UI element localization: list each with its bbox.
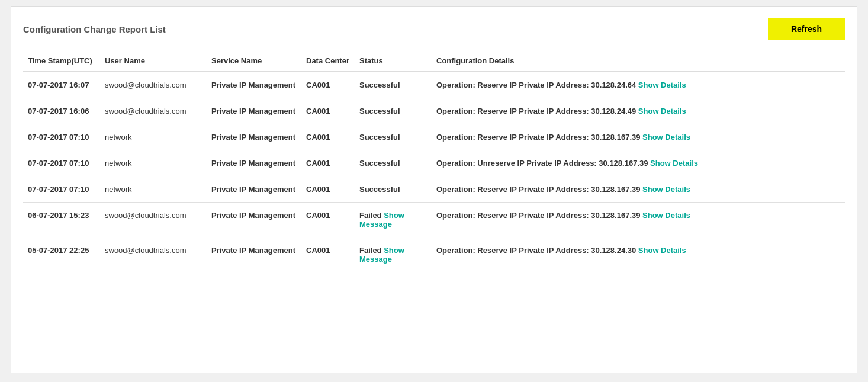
cell-datacenter: CA001 xyxy=(301,176,355,203)
page-title: Configuration Change Report List xyxy=(23,24,166,34)
cell-timestamp: 07-07-2017 07:10 xyxy=(23,176,100,203)
status-text: Successful xyxy=(359,107,400,115)
show-details-link[interactable]: Show Details xyxy=(638,246,686,255)
cell-config: Operation: Reserve IP Private IP Address… xyxy=(432,72,845,98)
col-header-datacenter: Data Center xyxy=(301,50,355,72)
table-row: 07-07-2017 16:07swood@cloudtrials.comPri… xyxy=(23,72,845,98)
cell-config: Operation: Reserve IP Private IP Address… xyxy=(432,176,845,203)
cell-username: network xyxy=(100,176,207,203)
status-text: Failed xyxy=(359,211,382,220)
cell-timestamp: 06-07-2017 15:23 xyxy=(23,203,100,237)
cell-timestamp: 07-07-2017 16:07 xyxy=(23,72,100,98)
cell-config: Operation: Reserve IP Private IP Address… xyxy=(432,203,845,237)
config-detail-text: Operation: Reserve IP Private IP Address… xyxy=(436,185,642,194)
cell-datacenter: CA001 xyxy=(301,72,355,98)
cell-status: Successful xyxy=(355,150,432,176)
cell-timestamp: 05-07-2017 22:25 xyxy=(23,237,100,272)
col-header-status: Status xyxy=(355,50,432,72)
col-header-config: Configuration Details xyxy=(432,50,845,72)
table-header-row: Time Stamp(UTC) User Name Service Name D… xyxy=(23,50,845,72)
refresh-button[interactable]: Refresh xyxy=(768,18,845,40)
cell-service: Private IP Management xyxy=(207,124,301,150)
table-row: 05-07-2017 22:25swood@cloudtrials.comPri… xyxy=(23,237,845,272)
status-text: Successful xyxy=(359,159,400,168)
cell-username: swood@cloudtrials.com xyxy=(100,237,207,272)
cell-username: swood@cloudtrials.com xyxy=(100,72,207,98)
show-details-link[interactable]: Show Details xyxy=(642,185,690,194)
cell-username: network xyxy=(100,150,207,176)
cell-service: Private IP Management xyxy=(207,150,301,176)
table-row: 07-07-2017 16:06swood@cloudtrials.comPri… xyxy=(23,98,845,124)
table-row: 07-07-2017 07:10networkPrivate IP Manage… xyxy=(23,124,845,150)
main-container: Configuration Change Report List Refresh… xyxy=(11,6,857,373)
show-details-link[interactable]: Show Details xyxy=(642,211,690,220)
cell-status: Successful xyxy=(355,176,432,203)
cell-service: Private IP Management xyxy=(207,98,301,124)
show-details-link[interactable]: Show Details xyxy=(638,107,686,115)
cell-service: Private IP Management xyxy=(207,72,301,98)
cell-status: Successful xyxy=(355,124,432,150)
cell-datacenter: CA001 xyxy=(301,150,355,176)
config-detail-text: Operation: Unreserve IP Private IP Addre… xyxy=(436,159,650,168)
cell-timestamp: 07-07-2017 07:10 xyxy=(23,124,100,150)
header-row: Configuration Change Report List Refresh xyxy=(23,18,845,40)
cell-datacenter: CA001 xyxy=(301,98,355,124)
show-details-link[interactable]: Show Details xyxy=(642,133,690,142)
cell-config: Operation: Reserve IP Private IP Address… xyxy=(432,98,845,124)
status-text: Failed xyxy=(359,246,382,255)
table-row: 06-07-2017 15:23swood@cloudtrials.comPri… xyxy=(23,203,845,237)
cell-timestamp: 07-07-2017 07:10 xyxy=(23,150,100,176)
cell-datacenter: CA001 xyxy=(301,237,355,272)
cell-timestamp: 07-07-2017 16:06 xyxy=(23,98,100,124)
cell-status: Failed Show Message xyxy=(355,237,432,272)
status-text: Successful xyxy=(359,81,400,89)
col-header-service: Service Name xyxy=(207,50,301,72)
config-detail-text: Operation: Reserve IP Private IP Address… xyxy=(436,133,642,142)
table-row: 07-07-2017 07:10networkPrivate IP Manage… xyxy=(23,150,845,176)
report-table: Time Stamp(UTC) User Name Service Name D… xyxy=(23,50,845,272)
col-header-username: User Name xyxy=(100,50,207,72)
status-text: Successful xyxy=(359,185,400,194)
cell-datacenter: CA001 xyxy=(301,203,355,237)
cell-config: Operation: Reserve IP Private IP Address… xyxy=(432,237,845,272)
cell-status: Successful xyxy=(355,72,432,98)
cell-datacenter: CA001 xyxy=(301,124,355,150)
cell-status: Failed Show Message xyxy=(355,203,432,237)
cell-status: Successful xyxy=(355,98,432,124)
status-text: Successful xyxy=(359,133,400,142)
show-details-link[interactable]: Show Details xyxy=(638,81,686,89)
config-detail-text: Operation: Reserve IP Private IP Address… xyxy=(436,211,642,220)
cell-service: Private IP Management xyxy=(207,237,301,272)
show-details-link[interactable]: Show Details xyxy=(650,159,698,168)
table-row: 07-07-2017 07:10networkPrivate IP Manage… xyxy=(23,176,845,203)
config-detail-text: Operation: Reserve IP Private IP Address… xyxy=(436,246,638,255)
config-detail-text: Operation: Reserve IP Private IP Address… xyxy=(436,107,638,115)
cell-username: swood@cloudtrials.com xyxy=(100,203,207,237)
cell-username: swood@cloudtrials.com xyxy=(100,98,207,124)
cell-config: Operation: Unreserve IP Private IP Addre… xyxy=(432,150,845,176)
col-header-timestamp: Time Stamp(UTC) xyxy=(23,50,100,72)
cell-config: Operation: Reserve IP Private IP Address… xyxy=(432,124,845,150)
cell-username: network xyxy=(100,124,207,150)
cell-service: Private IP Management xyxy=(207,203,301,237)
config-detail-text: Operation: Reserve IP Private IP Address… xyxy=(436,81,638,89)
cell-service: Private IP Management xyxy=(207,176,301,203)
